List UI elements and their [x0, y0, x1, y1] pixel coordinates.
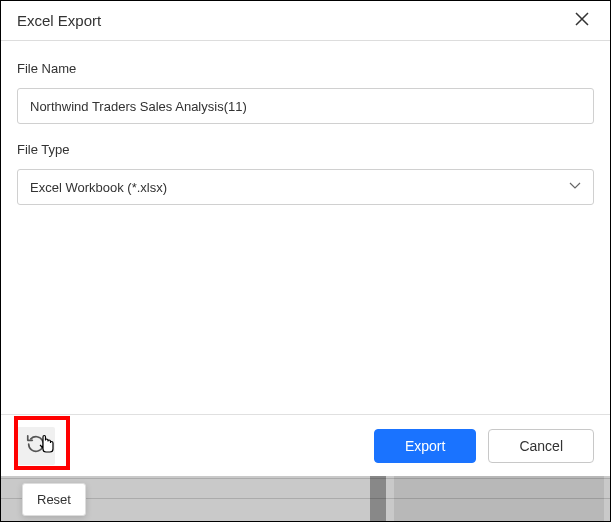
background-line [1, 478, 610, 479]
cancel-button[interactable]: Cancel [488, 429, 594, 463]
excel-export-dialog: Excel Export File Name File Type Excel W… [1, 1, 610, 476]
file-name-input[interactable] [17, 88, 594, 124]
file-type-select[interactable]: Excel Workbook (*.xlsx) [17, 169, 594, 205]
close-icon [575, 10, 589, 31]
reset-icon [25, 433, 47, 458]
reset-tooltip: Reset [22, 483, 86, 516]
dialog-title: Excel Export [17, 12, 101, 29]
file-type-select-wrap: Excel Workbook (*.xlsx) [17, 169, 594, 205]
reset-button[interactable] [17, 427, 55, 465]
file-name-label: File Name [17, 61, 594, 76]
background-line [1, 498, 610, 499]
close-button[interactable] [570, 9, 594, 33]
dialog-body: File Name File Type Excel Workbook (*.xl… [1, 41, 610, 414]
footer-buttons: Export Cancel [374, 429, 594, 463]
file-type-value: Excel Workbook (*.xlsx) [30, 180, 167, 195]
export-button[interactable]: Export [374, 429, 476, 463]
file-type-label: File Type [17, 142, 594, 157]
dialog-footer: Export Cancel [1, 414, 610, 476]
dialog-header: Excel Export [1, 1, 610, 41]
tooltip-label: Reset [37, 492, 71, 507]
